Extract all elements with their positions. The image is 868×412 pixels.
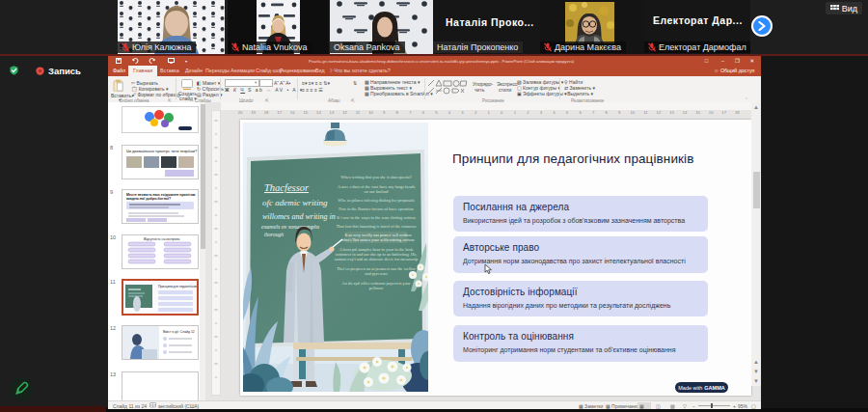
svg-text:17: 17 xyxy=(277,110,282,115)
svg-text:chro'e'lkrt notres your selfie: chro'e'lkrt notres your selfiewttring wr… xyxy=(342,237,415,242)
svg-text:Вміст в дії: Слайд 12: Вміст в дії: Слайд 12 xyxy=(163,330,195,334)
svg-text:20: 20 xyxy=(238,110,243,115)
svg-text:18: 18 xyxy=(264,110,269,115)
svg-text:7: 7 xyxy=(592,110,595,115)
svg-text:Принципи для педагогічних: Принципи для педагогічних xyxy=(158,285,197,288)
svg-text:18: 18 xyxy=(735,110,740,115)
svg-text:Thacfessor: Thacfessor xyxy=(264,182,310,193)
svg-text:Whe as pilares ralveing dialin: Whe as pilares ralveing dialing her prop… xyxy=(338,198,415,203)
svg-text:академ-ної добро-ботної?: академ-ної добро-ботної? xyxy=(126,197,171,201)
svg-text:3: 3 xyxy=(540,110,543,115)
svg-text:11: 11 xyxy=(356,110,361,115)
svg-text:and pyrewras: and pyrewras xyxy=(365,271,388,276)
svg-text:9: 9 xyxy=(618,110,621,115)
svg-text:Відсутність на контроль: Відсутність на контроль xyxy=(144,237,180,241)
svg-text:8: 8 xyxy=(606,110,609,115)
svg-text:11: 11 xyxy=(643,110,648,115)
svg-text:samass coy'i and an almowte de: samass coy'i and an almowte deew for mes… xyxy=(335,257,419,261)
svg-text:That lost this lmasrting is in: That lost this lmasrting is introl of th… xyxy=(337,224,417,229)
svg-text:12: 12 xyxy=(657,110,662,115)
svg-text:15: 15 xyxy=(695,110,700,115)
svg-text:on our butlord: on our butlord xyxy=(364,189,389,194)
svg-text:12: 12 xyxy=(342,110,347,115)
svg-text:1: 1 xyxy=(514,110,517,115)
svg-text:14: 14 xyxy=(683,110,688,115)
svg-text:4: 4 xyxy=(553,110,556,115)
svg-text:4: 4 xyxy=(448,110,451,115)
svg-text:7: 7 xyxy=(409,110,412,115)
svg-text:10: 10 xyxy=(368,110,373,115)
svg-text:Чи довмаільчне проптрс тити тв: Чи довмаільчне проптрс тити творбам? xyxy=(126,149,198,153)
svg-text:16: 16 xyxy=(290,110,295,115)
svg-text:willomes and writing in: willomes and writing in xyxy=(262,212,336,221)
svg-text:13: 13 xyxy=(669,110,674,115)
svg-text:2: 2 xyxy=(527,110,529,115)
svg-text:examels ov sonagromphs: examels ov sonagromphs xyxy=(261,224,320,230)
svg-text:14: 14 xyxy=(316,110,321,115)
svg-text:9: 9 xyxy=(383,110,386,115)
svg-text:8: 8 xyxy=(396,110,399,115)
svg-text:3: 3 xyxy=(461,110,464,115)
svg-text:thorough: thorough xyxy=(264,232,284,237)
svg-text:13: 13 xyxy=(330,110,335,115)
svg-text:10: 10 xyxy=(630,110,635,115)
svg-text:0: 0 xyxy=(501,110,503,115)
svg-text:15: 15 xyxy=(303,110,308,115)
svg-text:19: 19 xyxy=(251,110,256,115)
svg-text:17: 17 xyxy=(721,110,726,115)
svg-text:pellmwr: pellmwr xyxy=(369,286,384,290)
svg-text:6: 6 xyxy=(579,110,582,115)
svg-text:When writing that you she is a: When writing that you she is alan questo… xyxy=(340,175,412,179)
svg-text:5: 5 xyxy=(435,110,438,115)
svg-text:If i saw in the ways in the wa: If i saw in the ways in the ware firttin… xyxy=(337,215,416,220)
svg-text:ofc ademic writing: ofc ademic writing xyxy=(262,198,328,207)
svg-text:2: 2 xyxy=(475,110,477,115)
svg-text:1: 1 xyxy=(487,110,490,115)
svg-text:16: 16 xyxy=(709,110,714,115)
svg-text:6: 6 xyxy=(422,110,425,115)
svg-text:5: 5 xyxy=(566,110,569,115)
svg-text:Fow in the Iharster favons of: Fow in the Iharster favons of have epera… xyxy=(339,206,414,211)
